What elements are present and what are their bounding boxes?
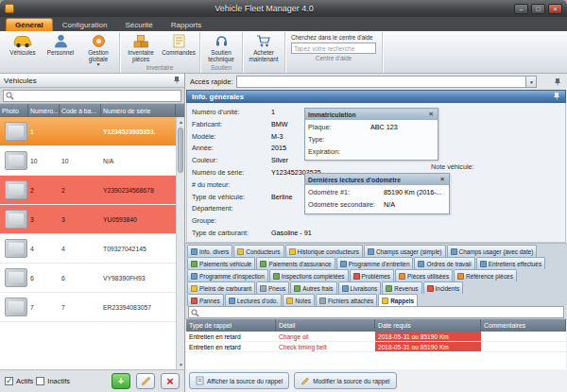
- tab-champs-usager-avec-date[interactable]: Champs usager (avec date): [447, 245, 538, 257]
- tab-rappels[interactable]: Rappels: [378, 294, 418, 306]
- tab-paiements-vehicule[interactable]: Paiements véhicule: [187, 257, 255, 269]
- reminder-row[interactable]: Entretien en retard Check timing belt 20…: [186, 342, 566, 352]
- info-generales-body: Numéro d'unité:1 Fabricant:BMW Modèle:M-…: [186, 103, 566, 243]
- personnel-button[interactable]: Personnel: [42, 32, 79, 56]
- tab-label: Référence pièces: [466, 273, 513, 280]
- column-commentaires[interactable]: Commentaires: [481, 319, 566, 332]
- reminder-search-input[interactable]: [201, 307, 561, 317]
- inventaire-pieces-button[interactable]: Inventaire pièces: [122, 32, 160, 62]
- field-value: 1: [271, 107, 275, 119]
- vehicle-row[interactable]: 10 10 N/A: [0, 146, 176, 176]
- button-label: Personnel: [47, 49, 74, 56]
- field-label: Plaque:: [308, 122, 370, 134]
- pin-icon[interactable]: [553, 92, 560, 102]
- reminder-row[interactable]: Entretien en retard Change oil 2018-05-3…: [186, 332, 566, 342]
- vehicle-barcode: 10: [60, 158, 101, 164]
- tab-revenus[interactable]: Revenus: [382, 281, 421, 294]
- scrollbar-thumb[interactable]: [178, 128, 183, 173]
- acheter-maintenant-button[interactable]: Acheter maintenant: [245, 32, 283, 62]
- actifs-checkbox[interactable]: [5, 377, 13, 385]
- close-icon[interactable]: [438, 175, 446, 184]
- vehicle-row[interactable]: 1 Y1234523935353.: [0, 117, 176, 146]
- tab-label: Conducteurs: [246, 248, 280, 255]
- vertical-scrollbar[interactable]: ▲ ▼: [176, 117, 184, 369]
- column-numero[interactable]: Numéro...: [28, 104, 60, 117]
- tab-lectures-odo[interactable]: Lectures d'odo.: [225, 294, 283, 306]
- maximize-button[interactable]: [531, 4, 545, 14]
- vehicle-row[interactable]: 3 3 YU0593840: [0, 205, 176, 234]
- tab-general[interactable]: Général: [6, 18, 53, 31]
- button-label: Véhicules: [9, 49, 35, 56]
- column-photo[interactable]: Photo: [0, 104, 28, 117]
- vehicle-photo: [5, 239, 27, 258]
- tab-fichiers-attaches[interactable]: Fichiers attachés: [316, 294, 377, 306]
- vehicle-row[interactable]: 7 7 ER23394083057: [0, 293, 176, 322]
- tab-ordres-travail[interactable]: Ordres de travail: [414, 257, 474, 269]
- tab-info-divers[interactable]: Info. divers: [187, 245, 232, 257]
- tire-icon: [260, 285, 266, 292]
- close-icon[interactable]: [427, 110, 435, 119]
- tab-pneus[interactable]: Pneus: [256, 281, 289, 294]
- chevron-down-icon[interactable]: [525, 77, 536, 87]
- commandes-button[interactable]: Commandes: [160, 32, 198, 56]
- vehicles-button[interactable]: Véhicules: [4, 32, 42, 56]
- tab-programme-entretien[interactable]: Programme d'entretien: [336, 257, 414, 269]
- minimize-button[interactable]: [514, 4, 528, 14]
- tab-securite[interactable]: Sécurité: [116, 19, 161, 31]
- tab-autres-frais[interactable]: Autres frais: [290, 281, 336, 294]
- tab-rapports[interactable]: Rapports: [163, 19, 210, 31]
- edit-vehicle-button[interactable]: [136, 373, 155, 389]
- group-label: Centre d'aide: [287, 54, 380, 63]
- tab-livraisons[interactable]: Livraisons: [338, 281, 382, 294]
- pin-icon[interactable]: [173, 76, 180, 86]
- delete-vehicle-button[interactable]: [161, 373, 180, 389]
- tab-notes[interactable]: Notes: [283, 294, 315, 306]
- info-generales-title: Info. générales: [192, 93, 244, 101]
- close-button[interactable]: [548, 4, 562, 14]
- column-type-rappel[interactable]: Type de rappel: [186, 319, 276, 332]
- button-label: Soutien technique: [202, 49, 240, 62]
- tab-label: Pneus: [268, 285, 285, 292]
- vehicle-row[interactable]: 2 2 Y2390234568678: [0, 176, 176, 205]
- tab-configuration[interactable]: Configuration: [54, 19, 116, 31]
- ribbon-group-main: Véhicules Personnel Gestion globale ▼: [2, 32, 120, 73]
- tab-pieces-utilisees[interactable]: Pièces utilisées: [395, 269, 453, 281]
- tab-problemes[interactable]: Problèmes: [350, 269, 395, 281]
- form-icon: [196, 376, 204, 386]
- vehicle-search-input[interactable]: [16, 91, 179, 101]
- pin-icon[interactable]: [554, 77, 561, 86]
- soutien-technique-button[interactable]: Soutien technique: [202, 32, 240, 62]
- tab-historique-conducteurs[interactable]: Historique conducteurs: [285, 245, 363, 257]
- quick-access-select[interactable]: [236, 76, 537, 88]
- tab-label: Pièces utilisées: [407, 273, 449, 280]
- tab-label: Revenus: [394, 285, 418, 292]
- vehicle-row[interactable]: 4 4 T09327042145: [0, 234, 176, 264]
- tab-reference-pieces[interactable]: Référence pièces: [454, 269, 517, 281]
- tab-label: Livraisons: [351, 285, 378, 292]
- tab-entretiens-effectues[interactable]: Entretiens effectués: [476, 257, 545, 269]
- vehicle-row[interactable]: 6 6 VY98390FH93: [0, 264, 176, 293]
- scroll-up-icon[interactable]: ▲: [177, 117, 184, 127]
- column-date-requis[interactable]: Date requis: [375, 319, 481, 332]
- tab-pleins-carburant[interactable]: Pleins de carburant: [187, 281, 255, 294]
- column-serie[interactable]: Numéro de série: [101, 104, 176, 117]
- tab-label: Rappels: [390, 298, 414, 304]
- edit-reminder-source-button[interactable]: Modifier la source du rappel: [294, 372, 396, 389]
- inactifs-checkbox[interactable]: [36, 377, 44, 385]
- tab-incidents[interactable]: Incidents: [423, 281, 464, 294]
- help-search-input[interactable]: [291, 43, 376, 54]
- tab-paiements-assurance[interactable]: Paiements d'assurance: [256, 257, 335, 269]
- add-vehicle-button[interactable]: [112, 373, 130, 389]
- gestion-globale-button[interactable]: Gestion globale ▼: [79, 32, 117, 67]
- tab-programme-inspection[interactable]: Programme d'inspection: [187, 269, 268, 281]
- field-value: N/A: [384, 199, 395, 212]
- tab-champs-usager-simple[interactable]: Champs usager (simple): [364, 245, 446, 257]
- breakdown-icon: [191, 298, 198, 304]
- show-reminder-source-button[interactable]: Afficher la source du rappel: [189, 372, 289, 389]
- column-code[interactable]: Code à ba...: [60, 104, 101, 117]
- tab-conducteurs[interactable]: Conducteurs: [233, 245, 284, 257]
- scroll-down-icon[interactable]: ▼: [177, 360, 184, 369]
- column-detail[interactable]: Détail: [276, 319, 375, 332]
- problem-icon: [353, 273, 360, 280]
- tab-inspections-completees[interactable]: Inspections complétées: [269, 269, 349, 281]
